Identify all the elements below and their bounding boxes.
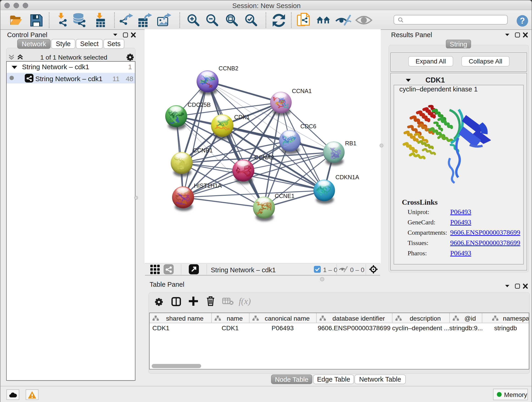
svg-text:CDK1: CDK1 [234, 114, 250, 120]
svg-text:CDC25B: CDC25B [188, 102, 211, 108]
svg-text:HIST1H1A: HIST1H1A [194, 182, 222, 189]
svg-text:CCNB2: CCNB2 [219, 65, 238, 71]
svg-text:CDKN1A: CDKN1A [336, 174, 359, 180]
svg-text:CDC6: CDC6 [300, 123, 316, 129]
svg-text:CCNE1: CCNE1 [275, 193, 294, 199]
svg-text:CCNA1: CCNA1 [292, 88, 312, 94]
svg-text:RB1: RB1 [345, 140, 356, 147]
svg-text:CCNB1: CCNB1 [193, 147, 213, 153]
svg-text:CCNA2: CCNA2 [254, 154, 274, 161]
